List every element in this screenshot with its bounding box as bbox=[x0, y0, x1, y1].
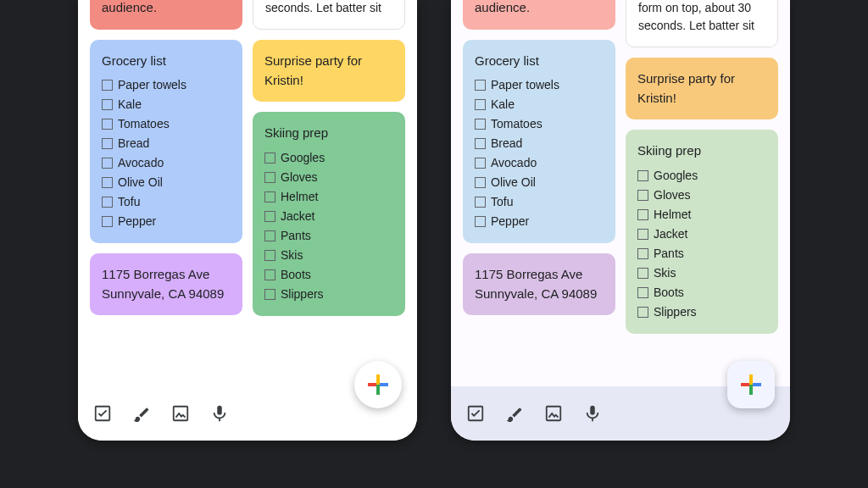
checklist-item[interactable]: Slippers bbox=[637, 302, 766, 322]
checklist-item[interactable]: Avocado bbox=[102, 153, 231, 173]
checklist-item[interactable]: Paper towels bbox=[475, 75, 604, 95]
checkbox-icon[interactable] bbox=[466, 404, 485, 423]
checkbox-icon[interactable] bbox=[637, 307, 648, 318]
checkbox-icon[interactable] bbox=[637, 268, 648, 279]
checkbox-icon[interactable] bbox=[264, 250, 275, 261]
checkbox-icon[interactable] bbox=[637, 170, 648, 181]
checklist-item[interactable]: Gloves bbox=[264, 168, 393, 187]
checklist-item[interactable]: Helmet bbox=[264, 187, 393, 207]
note-title: Grocery list bbox=[475, 52, 604, 71]
note-address[interactable]: 1175 Borregas Ave Sunnyvale, CA 94089 bbox=[463, 253, 615, 315]
checklist-item[interactable]: Olive Oil bbox=[102, 173, 231, 192]
checkbox-icon[interactable] bbox=[264, 152, 275, 164]
checklist-item-label: Bread bbox=[118, 135, 149, 152]
checkbox-icon[interactable] bbox=[475, 138, 486, 149]
checklist: GooglesGlovesHelmetJacketPantsSkisBootsS… bbox=[264, 148, 393, 304]
checkbox-icon[interactable] bbox=[102, 99, 113, 110]
checklist-item[interactable]: Helmet bbox=[637, 205, 766, 225]
note-body: audience. bbox=[102, 0, 231, 18]
checkbox-icon[interactable] bbox=[475, 99, 486, 110]
checklist-item-label: Pants bbox=[281, 227, 311, 245]
checklist-item[interactable]: Skis bbox=[637, 263, 766, 283]
checkbox-icon[interactable] bbox=[102, 216, 113, 227]
note-grocery[interactable]: Grocery list Paper towelsKaleTomatoesBre… bbox=[90, 40, 242, 244]
checkbox-icon[interactable] bbox=[637, 248, 648, 259]
brush-icon[interactable] bbox=[505, 404, 524, 423]
notes-grid[interactable]: audience. Grocery list Paper towelsKaleT… bbox=[78, 0, 417, 381]
checklist-item-label: Jacket bbox=[281, 208, 314, 225]
checkbox-icon[interactable] bbox=[93, 404, 112, 423]
checkbox-icon[interactable] bbox=[475, 197, 486, 208]
checkbox-icon[interactable] bbox=[264, 230, 275, 241]
checklist-item[interactable]: Slippers bbox=[264, 285, 393, 304]
checklist-item-label: Skis bbox=[654, 264, 676, 282]
checklist-item[interactable]: Kale bbox=[475, 95, 604, 114]
checkbox-icon[interactable] bbox=[264, 289, 275, 300]
checklist-item[interactable]: Tofu bbox=[102, 192, 231, 212]
checklist-item[interactable]: Pepper bbox=[475, 212, 604, 231]
image-icon[interactable] bbox=[544, 404, 563, 423]
checkbox-icon[interactable] bbox=[637, 229, 648, 240]
checklist-item[interactable]: Paper towels bbox=[102, 75, 231, 95]
checklist-item[interactable]: Skis bbox=[264, 246, 393, 265]
checkbox-icon[interactable] bbox=[102, 158, 113, 169]
note-skiing[interactable]: Skiing prep GooglesGlovesHelmetJacketPan… bbox=[253, 112, 405, 316]
checkbox-icon[interactable] bbox=[264, 269, 275, 280]
checklist-item[interactable]: Googles bbox=[637, 166, 766, 186]
note-grocery[interactable]: Grocery list Paper towelsKaleTomatoesBre… bbox=[463, 40, 615, 244]
checklist-item-label: Paper towels bbox=[491, 76, 559, 94]
checkbox-icon[interactable] bbox=[264, 191, 275, 202]
checkbox-icon[interactable] bbox=[102, 138, 113, 149]
checklist-item[interactable]: Pants bbox=[637, 244, 766, 263]
checklist-item[interactable]: Tomatoes bbox=[475, 114, 604, 134]
image-icon[interactable] bbox=[171, 404, 190, 423]
note-partial-white[interactable]: seconds. Let batter sit bbox=[253, 0, 405, 30]
note-partial-white[interactable]: form on top, about 30 seconds. Let batte… bbox=[626, 0, 778, 47]
checklist-item[interactable]: Boots bbox=[264, 265, 393, 285]
checklist-item[interactable]: Tomatoes bbox=[102, 114, 231, 134]
checklist-item[interactable]: Jacket bbox=[637, 225, 766, 244]
mic-icon[interactable] bbox=[583, 404, 602, 423]
checklist-item[interactable]: Pants bbox=[264, 226, 393, 246]
checklist-item[interactable]: Googles bbox=[264, 148, 393, 168]
checkbox-icon[interactable] bbox=[637, 209, 648, 220]
checkbox-icon[interactable] bbox=[475, 177, 486, 188]
note-partial-coral[interactable]: audience. bbox=[90, 0, 242, 30]
checklist-item-label: Helmet bbox=[281, 188, 318, 206]
checklist-item-label: Avocado bbox=[118, 154, 164, 172]
note-surprise[interactable]: Surprise party for Kristin! bbox=[253, 40, 405, 102]
checklist-item[interactable]: Olive Oil bbox=[475, 173, 604, 192]
checkbox-icon[interactable] bbox=[475, 158, 486, 169]
checkbox-icon[interactable] bbox=[475, 80, 486, 91]
checklist-item[interactable]: Bread bbox=[475, 134, 604, 153]
checklist-item[interactable]: Jacket bbox=[264, 207, 393, 226]
checkbox-icon[interactable] bbox=[102, 119, 113, 130]
checklist-item[interactable]: Tofu bbox=[475, 192, 604, 212]
checkbox-icon[interactable] bbox=[102, 80, 113, 91]
fab-new-note[interactable] bbox=[354, 361, 402, 408]
checklist-item[interactable]: Kale bbox=[102, 95, 231, 114]
checkbox-icon[interactable] bbox=[102, 197, 113, 208]
note-skiing[interactable]: Skiing prep GooglesGlovesHelmetJacketPan… bbox=[626, 130, 778, 334]
checklist-item[interactable]: Boots bbox=[637, 283, 766, 302]
note-surprise[interactable]: Surprise party for Kristin! bbox=[626, 58, 778, 119]
checklist-item[interactable]: Bread bbox=[102, 134, 231, 153]
checklist-item[interactable]: Gloves bbox=[637, 186, 766, 205]
fab-new-note[interactable] bbox=[727, 361, 775, 408]
checkbox-icon[interactable] bbox=[475, 119, 486, 130]
checkbox-icon[interactable] bbox=[264, 172, 275, 183]
checklist: Paper towelsKaleTomatoesBreadAvocadoOliv… bbox=[475, 75, 604, 231]
checklist-item[interactable]: Pepper bbox=[102, 212, 231, 231]
notes-grid[interactable]: audience. Grocery list Paper towelsKaleT… bbox=[451, 0, 790, 381]
checkbox-icon[interactable] bbox=[102, 177, 113, 188]
note-partial-coral[interactable]: audience. bbox=[463, 0, 615, 30]
note-address[interactable]: 1175 Borregas Ave Sunnyvale, CA 94089 bbox=[90, 253, 242, 315]
checklist-item-label: Kale bbox=[491, 96, 515, 114]
mic-icon[interactable] bbox=[210, 404, 229, 423]
checkbox-icon[interactable] bbox=[637, 287, 648, 298]
checklist-item[interactable]: Avocado bbox=[475, 153, 604, 173]
checkbox-icon[interactable] bbox=[637, 190, 648, 201]
checkbox-icon[interactable] bbox=[264, 211, 275, 222]
brush-icon[interactable] bbox=[132, 404, 151, 423]
checkbox-icon[interactable] bbox=[475, 216, 486, 227]
